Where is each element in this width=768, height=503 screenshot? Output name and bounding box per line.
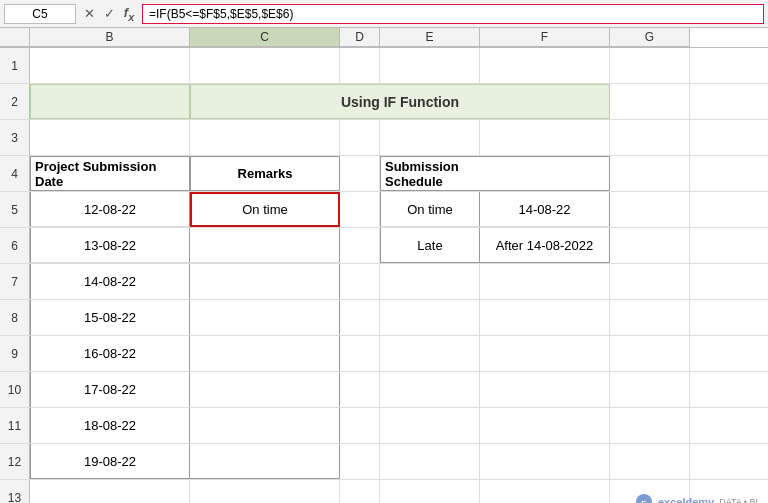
cell-b6[interactable]: 13-08-22: [30, 228, 190, 263]
cell-b1[interactable]: [30, 48, 190, 83]
cell-e5-sched[interactable]: On time: [380, 192, 480, 227]
cell-c1[interactable]: [190, 48, 340, 83]
col-header-b[interactable]: B: [30, 28, 190, 47]
column-headers: B C D E F G: [0, 28, 768, 48]
cell-b13[interactable]: [30, 480, 190, 503]
cell-c13[interactable]: [190, 480, 340, 503]
col-header-g[interactable]: G: [610, 28, 690, 47]
cell-reference-box[interactable]: C5: [4, 4, 76, 24]
cell-g7[interactable]: [610, 264, 690, 299]
cell-f3[interactable]: [480, 120, 610, 155]
cell-d11[interactable]: [340, 408, 380, 443]
col-header-c[interactable]: C: [190, 28, 340, 47]
cell-c9[interactable]: [190, 336, 340, 371]
col-header-e[interactable]: E: [380, 28, 480, 47]
row-header-13: 13: [0, 480, 30, 503]
cell-f5-sched[interactable]: 14-08-22: [480, 192, 610, 227]
cell-e4-sched-header[interactable]: Submission Schedule: [380, 156, 480, 191]
cell-f9[interactable]: [480, 336, 610, 371]
cell-b9[interactable]: 16-08-22: [30, 336, 190, 371]
cell-d5[interactable]: [340, 192, 380, 227]
cell-b5[interactable]: 12-08-22: [30, 192, 190, 227]
cell-b3[interactable]: [30, 120, 190, 155]
cell-g11[interactable]: [610, 408, 690, 443]
cell-g9[interactable]: [610, 336, 690, 371]
table-row: 8 15-08-22: [0, 300, 768, 336]
cell-c10[interactable]: [190, 372, 340, 407]
cell-d13[interactable]: [340, 480, 380, 503]
cell-e7[interactable]: [380, 264, 480, 299]
col-header-d[interactable]: D: [340, 28, 380, 47]
cell-f6-sched[interactable]: After 14-08-2022: [480, 228, 610, 263]
cell-d3[interactable]: [340, 120, 380, 155]
cell-c4-header[interactable]: Remarks: [190, 156, 340, 191]
cell-d12[interactable]: [340, 444, 380, 479]
main-table-col2-header: Remarks: [238, 166, 293, 181]
spreadsheet: B C D E F G 1 2 Using IF Function: [0, 28, 768, 503]
formula-icons: ✕ ✓ fx: [80, 5, 138, 23]
cell-d10[interactable]: [340, 372, 380, 407]
cell-f7[interactable]: [480, 264, 610, 299]
cell-c7[interactable]: [190, 264, 340, 299]
cell-e9[interactable]: [380, 336, 480, 371]
cell-d8[interactable]: [340, 300, 380, 335]
cell-e12[interactable]: [380, 444, 480, 479]
insert-function-icon[interactable]: fx: [120, 5, 138, 23]
cell-g5[interactable]: [610, 192, 690, 227]
cell-f10[interactable]: [480, 372, 610, 407]
col-header-f[interactable]: F: [480, 28, 610, 47]
cell-d1[interactable]: [340, 48, 380, 83]
cell-d6[interactable]: [340, 228, 380, 263]
table-row: 1: [0, 48, 768, 84]
cell-c3[interactable]: [190, 120, 340, 155]
cell-g8[interactable]: [610, 300, 690, 335]
cell-b10[interactable]: 17-08-22: [30, 372, 190, 407]
cell-c12[interactable]: [190, 444, 340, 479]
cell-g1[interactable]: [610, 48, 690, 83]
cell-c11[interactable]: [190, 408, 340, 443]
cell-e6-sched[interactable]: Late: [380, 228, 480, 263]
cell-g10[interactable]: [610, 372, 690, 407]
cell-g6[interactable]: [610, 228, 690, 263]
cell-d4[interactable]: [340, 156, 380, 191]
cell-f1[interactable]: [480, 48, 610, 83]
formula-input[interactable]: [142, 4, 764, 24]
confirm-icon[interactable]: ✓: [100, 6, 118, 21]
sched-label-2: Late: [417, 238, 442, 253]
cell-e13[interactable]: [380, 480, 480, 503]
cell-c8[interactable]: [190, 300, 340, 335]
cell-f8[interactable]: [480, 300, 610, 335]
cell-f13[interactable]: [480, 480, 610, 503]
watermark-subtitle: DATA • BI: [719, 497, 758, 503]
cell-g3[interactable]: [610, 120, 690, 155]
cell-b8[interactable]: 15-08-22: [30, 300, 190, 335]
exceldemy-icon: E: [635, 493, 653, 503]
cell-f12[interactable]: [480, 444, 610, 479]
cell-d7[interactable]: [340, 264, 380, 299]
title-cell[interactable]: Using IF Function: [190, 84, 610, 119]
cell-g4[interactable]: [610, 156, 690, 191]
date-7: 18-08-22: [84, 418, 136, 433]
cell-e11[interactable]: [380, 408, 480, 443]
cell-c6[interactable]: [190, 228, 340, 263]
cell-c5[interactable]: On time: [190, 192, 340, 227]
cancel-icon[interactable]: ✕: [80, 6, 98, 21]
cell-e1[interactable]: [380, 48, 480, 83]
cell-e8[interactable]: [380, 300, 480, 335]
cell-b12[interactable]: 19-08-22: [30, 444, 190, 479]
spreadsheet-title: Using IF Function: [341, 94, 459, 110]
date-4: 15-08-22: [84, 310, 136, 325]
watermark-text: exceldemy: [658, 496, 714, 503]
cell-e10[interactable]: [380, 372, 480, 407]
cell-g2[interactable]: [610, 84, 690, 119]
cell-b7[interactable]: 14-08-22: [30, 264, 190, 299]
cell-f4-sched-header[interactable]: [480, 156, 610, 191]
cell-b11[interactable]: 18-08-22: [30, 408, 190, 443]
cell-b4-header[interactable]: Project Submission Date: [30, 156, 190, 191]
cell-d9[interactable]: [340, 336, 380, 371]
cell-f11[interactable]: [480, 408, 610, 443]
table-row: 12 19-08-22: [0, 444, 768, 480]
cell-e3[interactable]: [380, 120, 480, 155]
cell-b2[interactable]: [30, 84, 190, 119]
cell-g12[interactable]: [610, 444, 690, 479]
